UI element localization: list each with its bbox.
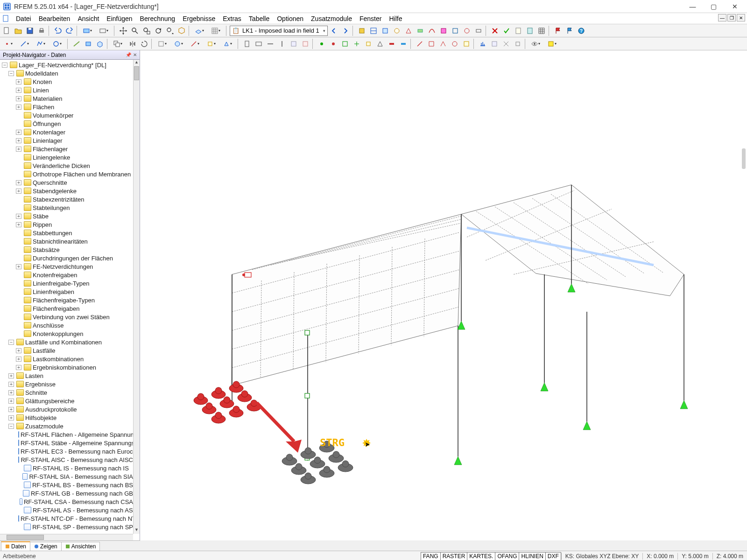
menu-zusatzmodule[interactable]: Zusatzmodule <box>307 14 356 23</box>
tree-section-4[interactable]: +Ausdruckprotokolle <box>0 405 133 413</box>
tb-flag-1[interactable] <box>552 25 564 36</box>
tb2-g7[interactable] <box>253 38 264 49</box>
tb2-line[interactable]: ▾ <box>17 38 33 49</box>
tb-misc-4[interactable] <box>391 25 402 36</box>
loadcase-combo[interactable]: 📋LK1 - Imposed load in field 1▾ <box>230 26 328 36</box>
tree-zm-6[interactable]: RF-STAHL BS - Bemessung nach BS <box>0 481 133 489</box>
navigator-tab-zeigen[interactable]: Zeigen <box>30 542 62 551</box>
tb-open[interactable] <box>13 25 24 36</box>
sb-toggle-fang[interactable]: FANG <box>421 552 441 560</box>
tb2-g4[interactable]: ▾ <box>204 38 220 49</box>
tree-item-md-11[interactable]: Orthotrope Flächen und Membranen <box>0 170 133 178</box>
tree-item-md-10[interactable]: Veränderliche Dicken <box>0 161 133 170</box>
tb-mesh[interactable] <box>536 25 547 36</box>
tb2-g2[interactable]: ▾ <box>171 38 187 49</box>
tb-grid[interactable]: ▾ <box>209 25 225 36</box>
tree-zm-4[interactable]: RF-STAHL IS - Bemessung nach IS <box>0 464 133 472</box>
tb2-copy[interactable]: ▾ <box>111 38 127 49</box>
menu-extras[interactable]: Extras <box>219 14 245 23</box>
tb2-g3[interactable]: ▾ <box>188 38 204 49</box>
tree-item-md-17[interactable]: +Rippen <box>0 220 133 229</box>
minimize-button[interactable]: ― <box>682 0 703 13</box>
tree-zm-9[interactable]: RF-STAHL AS - Bemessung nach AS <box>0 506 133 514</box>
tree-item-md-1[interactable]: +Linien <box>0 86 133 94</box>
tb-save[interactable] <box>24 25 35 36</box>
tree-zm-11[interactable]: RF-STAHL SP - Bemessung nach SP <box>0 523 133 531</box>
tb-misc-8[interactable] <box>438 25 449 36</box>
mdi-close[interactable]: ✕ <box>737 14 745 21</box>
tb2-g22[interactable] <box>437 38 449 49</box>
tree-item-md-12[interactable]: +Querschnitte <box>0 178 133 187</box>
tb2-member[interactable] <box>71 38 82 49</box>
mdi-minimize[interactable]: ― <box>718 14 726 21</box>
tree-item-md-22[interactable]: +FE-Netzverdichtungen <box>0 262 133 271</box>
tree-section-6[interactable]: −Zusatzmodule <box>0 422 133 430</box>
tb2-g19[interactable] <box>398 38 409 49</box>
tb-flag-2[interactable] <box>564 25 575 36</box>
tree-item-md-21[interactable]: Durchdringungen der Flächen <box>0 254 133 262</box>
tree-section-2[interactable]: +Schnitte <box>0 388 133 397</box>
tb2-g12[interactable] <box>316 38 327 49</box>
tree-section-3[interactable]: +Glättungsbereiche <box>0 397 133 405</box>
navigator-hscroll[interactable] <box>0 534 133 540</box>
tree-item-md-2[interactable]: +Materialien <box>0 94 133 103</box>
tree-item-md-14[interactable]: Stabexzentrizitäten <box>0 195 133 203</box>
tb-lc-next[interactable] <box>340 25 351 36</box>
tb2-g1[interactable]: ▾ <box>155 38 171 49</box>
tree-item-lf-0[interactable]: +Lastfälle <box>0 346 133 355</box>
tb-misc-7[interactable] <box>426 25 437 36</box>
menu-optionen[interactable]: Optionen <box>273 14 307 23</box>
tb-check[interactable] <box>501 25 512 36</box>
viewport-scroll-thumb[interactable] <box>742 148 746 169</box>
menu-einfuegen[interactable]: Einfügen <box>103 14 136 23</box>
tb-print[interactable] <box>36 25 47 36</box>
tb-workplane[interactable]: ▾ <box>192 25 208 36</box>
tb2-g5[interactable]: ▾ <box>220 38 236 49</box>
tb2-g26[interactable] <box>489 38 500 49</box>
tb2-circle[interactable]: ▾ <box>50 38 66 49</box>
tree-item-md-28[interactable]: Verbindung von zwei Stäben <box>0 313 133 321</box>
viewport-3d[interactable]: STRG ✸ ➤ <box>140 50 747 540</box>
tree-zm-8[interactable]: RF-STAHL CSA - Bemessung nach CSA <box>0 497 133 506</box>
tree-modelldaten[interactable]: −Modelldaten <box>0 69 133 77</box>
sb-toggle-hlinien[interactable]: HLINIEN <box>519 552 545 560</box>
tree-item-md-29[interactable]: Anschlüsse <box>0 321 133 329</box>
tb-misc-1[interactable] <box>356 25 367 36</box>
menu-ansicht[interactable]: Ansicht <box>74 14 103 23</box>
menu-fenster[interactable]: Fenster <box>356 14 385 23</box>
tree-item-md-0[interactable]: +Knoten <box>0 77 133 86</box>
tree-item-md-23[interactable]: Knotenfreigaben <box>0 271 133 279</box>
tb2-visibility[interactable]: ▾ <box>529 38 544 49</box>
menu-tabelle[interactable]: Tabelle <box>245 14 273 23</box>
tb2-g11[interactable] <box>300 38 311 49</box>
tb-misc-5[interactable] <box>403 25 414 36</box>
tree-section-5[interactable]: +Hilfsobjekte <box>0 413 133 422</box>
tb2-g16[interactable] <box>363 38 374 49</box>
tb-rotate[interactable] <box>153 25 164 36</box>
menu-datei[interactable]: Datei <box>12 14 35 23</box>
tb-misc-10[interactable] <box>461 25 472 36</box>
tb2-g10[interactable] <box>288 38 299 49</box>
tb-misc-11[interactable] <box>473 25 484 36</box>
tb-prev-view[interactable] <box>164 25 176 36</box>
tree-item-md-16[interactable]: +Stäbe <box>0 212 133 220</box>
tb2-g6[interactable] <box>241 38 253 49</box>
tb-move[interactable] <box>118 25 129 36</box>
tree-item-md-18[interactable]: Stabbettungen <box>0 229 133 237</box>
tb2-g28[interactable] <box>512 38 523 49</box>
tb2-color[interactable]: ▾ <box>545 38 561 49</box>
tb2-g20[interactable] <box>414 38 425 49</box>
tb-zoom-extents[interactable] <box>141 25 152 36</box>
tree-item-lf-2[interactable]: +Ergebniskombinationen <box>0 363 133 371</box>
tb-lc-prev[interactable] <box>328 25 339 36</box>
tree-lastfaelle[interactable]: −Lastfälle und Kombinationen <box>0 338 133 346</box>
tb2-g9[interactable] <box>276 38 288 49</box>
tree-item-md-13[interactable]: +Stabendgelenke <box>0 187 133 195</box>
menu-ergebnisse[interactable]: Ergebnisse <box>179 14 219 23</box>
sb-toggle-kartes[interactable]: KARTES. <box>467 552 495 560</box>
tb2-poly[interactable]: ▾ <box>34 38 49 49</box>
maximize-button[interactable]: ▢ <box>703 0 724 13</box>
sb-toggle-ofang[interactable]: OFANG <box>495 552 519 560</box>
tb-new[interactable] <box>1 25 12 36</box>
tree-item-md-15[interactable]: Stabteilungen <box>0 203 133 212</box>
